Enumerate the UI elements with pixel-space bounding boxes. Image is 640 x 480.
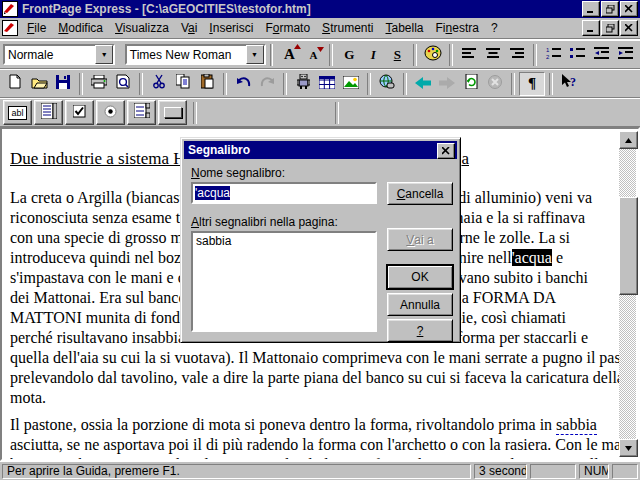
menu-file[interactable]: File (21, 19, 52, 37)
text-color-button[interactable] (421, 44, 445, 66)
radio-icon (104, 104, 117, 122)
table-icon (319, 75, 335, 93)
menu-help[interactable]: ? (485, 19, 504, 37)
close-button[interactable] (620, 1, 638, 17)
scroll-up-button[interactable] (619, 131, 638, 149)
frontpage-express-window: { "window": { "title": "FrontPage Expres… (0, 0, 640, 480)
other-bookmarks-listbox[interactable]: sabbia (191, 231, 377, 332)
menu-vai[interactable]: Vai (175, 19, 203, 37)
align-right-button[interactable] (505, 44, 529, 66)
form-checkbox-button[interactable] (65, 100, 94, 125)
decrease-font-button[interactable]: A (301, 44, 325, 66)
bookmark-name-input[interactable]: 'acqua (191, 182, 377, 204)
form-textarea-button[interactable] (34, 100, 63, 125)
new-page-icon (9, 74, 21, 93)
insert-table-button[interactable] (315, 73, 339, 95)
minimize-button[interactable] (582, 1, 600, 17)
print-preview-button[interactable] (111, 73, 135, 95)
print-button[interactable] (87, 73, 111, 95)
ok-button[interactable]: OK (387, 265, 453, 289)
hyperlink-globe-icon (379, 74, 395, 93)
font-combobox[interactable]: Times New Roman ▼ (125, 44, 266, 65)
menu-finestra[interactable]: Finestra (430, 19, 485, 37)
webbot-robot-icon (297, 74, 310, 93)
increase-indent-icon (618, 46, 633, 64)
status-bar: Per aprire la Guida, premere F1. 3 secon… (0, 461, 640, 480)
list-item[interactable]: sabbia (196, 234, 372, 248)
scroll-down-button[interactable] (619, 439, 638, 457)
status-empty-panel-2 (612, 464, 638, 479)
open-button[interactable] (27, 73, 51, 95)
copy-button[interactable] (171, 73, 195, 95)
increase-indent-button[interactable] (613, 44, 637, 66)
bookmark-name-selected-text: 'acqua (195, 186, 230, 200)
paragraph-style-combobox[interactable]: Normale ▼ (3, 44, 115, 65)
bulleted-list-button[interactable] (565, 44, 589, 66)
stop-button[interactable] (483, 73, 507, 95)
align-left-button[interactable] (457, 44, 481, 66)
webbot-button[interactable] (291, 73, 315, 95)
decrease-indent-button[interactable] (589, 44, 613, 66)
italic-button[interactable]: I (361, 44, 385, 66)
forward-button[interactable] (435, 73, 459, 95)
underline-button[interactable]: S (385, 44, 409, 66)
status-load-time: 3 secondi (474, 464, 527, 479)
stop-icon (488, 75, 502, 93)
dropdown-menu-icon (134, 103, 150, 122)
undo-icon (236, 75, 251, 93)
chevron-down-icon[interactable]: ▼ (246, 45, 264, 64)
cancella-button[interactable]: Cancella (387, 182, 453, 205)
bold-button[interactable]: G (337, 44, 361, 66)
child-close-button[interactable] (620, 20, 638, 36)
child-restore-button[interactable] (601, 20, 619, 36)
document-line: mota. (10, 389, 621, 409)
child-minimize-button[interactable] (582, 20, 600, 36)
form-radio-button[interactable] (96, 100, 125, 125)
save-button[interactable] (51, 73, 75, 95)
menu-visualizza[interactable]: Visualizza (109, 19, 175, 37)
back-button[interactable] (411, 73, 435, 95)
menu-strumenti[interactable]: Strumenti (316, 19, 379, 37)
paste-clipboard-icon (201, 74, 214, 93)
hyperlink-button[interactable] (375, 73, 399, 95)
dialog-help-button[interactable]: ? (387, 319, 453, 342)
menu-formato[interactable]: Formato (259, 19, 316, 37)
document-icon[interactable] (2, 20, 18, 36)
dialog-close-button[interactable] (437, 143, 455, 159)
scrollbar-thumb[interactable] (619, 197, 638, 295)
forms-toolbar: abl (0, 98, 640, 127)
annulla-button[interactable]: Annulla (387, 293, 453, 316)
menu-inserisci[interactable]: Inserisci (203, 19, 259, 37)
document-line: bagnate si batteva poi sui lati il matto… (10, 456, 621, 459)
form-pushbutton-button[interactable] (158, 100, 187, 125)
menu-tabella[interactable]: Tabella (379, 19, 429, 37)
vai-a-button[interactable]: Vai a (387, 228, 453, 251)
numbered-list-icon: 12 (546, 46, 561, 64)
cut-button[interactable] (147, 73, 171, 95)
align-center-button[interactable] (481, 44, 505, 66)
restore-button[interactable] (601, 1, 619, 17)
refresh-button[interactable] (459, 73, 483, 95)
chevron-down-icon[interactable]: ▼ (95, 45, 113, 64)
paragraph-style-value: Normale (5, 48, 95, 62)
numbered-list-button[interactable]: 12 (541, 44, 565, 66)
insert-image-button[interactable] (339, 73, 363, 95)
help-button[interactable]: ? (557, 73, 581, 95)
increase-font-icon: A (284, 46, 295, 63)
pushbutton-icon (164, 107, 182, 118)
increase-font-button[interactable]: A (277, 44, 301, 66)
svg-text:?: ? (570, 75, 576, 89)
redo-button[interactable] (255, 73, 279, 95)
form-dropdown-button[interactable] (127, 100, 156, 125)
undo-button[interactable] (231, 73, 255, 95)
paste-button[interactable] (195, 73, 219, 95)
vertical-scrollbar[interactable] (619, 131, 636, 457)
dialog-title: Segnalibro (188, 143, 250, 157)
copy-icon (176, 74, 190, 93)
new-page-button[interactable] (3, 73, 27, 95)
menu-modifica[interactable]: Modifica (52, 19, 109, 37)
status-num-lock: NUM (579, 464, 609, 479)
other-bookmarks-label: Altri segnalibri nella pagina: (191, 215, 338, 229)
form-textbox-button[interactable]: abl (3, 100, 32, 125)
show-formatting-marks-button[interactable]: ¶ (519, 72, 545, 96)
